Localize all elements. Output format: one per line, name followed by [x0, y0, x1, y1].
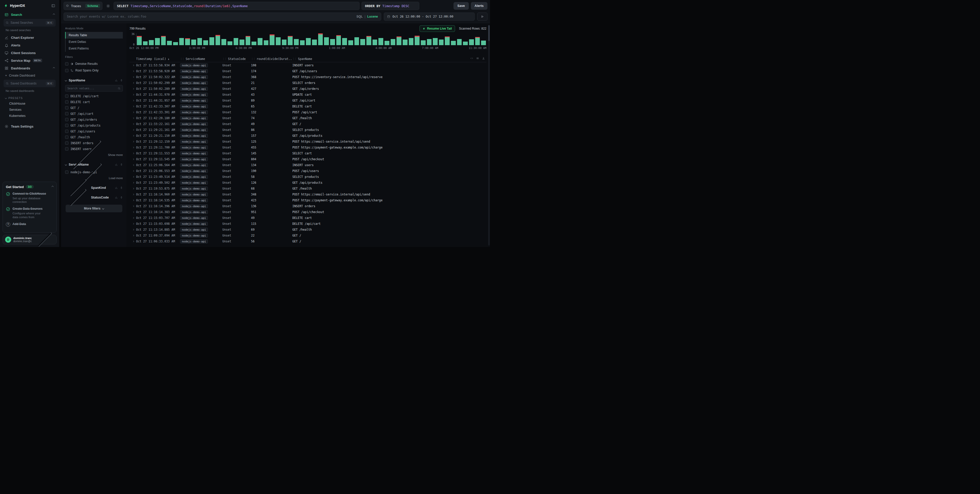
drag-handle-icon[interactable]: ⋮⋮: [293, 57, 296, 60]
histogram-bar[interactable]: [179, 38, 184, 45]
table-row[interactable]: Oct 27 11:16:14.396 AMnodejs-demo-apiUns…: [129, 203, 487, 209]
saved-searches-input-wrap[interactable]: ⌘ K: [3, 19, 56, 27]
checkbox[interactable]: [65, 112, 68, 115]
row-expand-chevron[interactable]: [129, 118, 136, 119]
vertical-scrollbar[interactable]: [488, 25, 490, 245]
table-row[interactable]: Oct 27 11:29:12.159 AMnodejs-demo-apiUns…: [129, 138, 487, 145]
mini-chart-icon[interactable]: [115, 186, 118, 189]
sidebar-item-chart-explorer[interactable]: Chart Explorer: [3, 34, 57, 41]
histogram-bar[interactable]: [294, 39, 299, 45]
table-row[interactable]: Oct 27 11:29:11.545 AMnodejs-demo-apiUns…: [129, 156, 487, 162]
saved-dashboards-input[interactable]: [11, 82, 44, 85]
sort-desc-icon[interactable]: ↓: [168, 57, 170, 61]
run-query-button[interactable]: [477, 13, 487, 21]
filter-group-header[interactable]: StatusCode: [65, 194, 123, 200]
analysis-mode-results-table[interactable]: Results Table: [65, 32, 123, 38]
table-row[interactable]: Oct 27 11:29:21.150 AMnodejs-demo-apiUns…: [129, 133, 487, 138]
histogram-bar[interactable]: [379, 38, 383, 45]
histogram-bar[interactable]: [463, 41, 468, 45]
table-row[interactable]: Oct 27 11:50:02.289 AMnodejs-demo-apiUns…: [129, 86, 487, 92]
row-expand-chevron[interactable]: [129, 205, 136, 207]
row-expand-chevron[interactable]: [129, 106, 136, 107]
histogram-bar[interactable]: [445, 37, 450, 45]
table-row[interactable]: Oct 27 11:44:31.957 AMnodejs-demo-apiUns…: [129, 97, 487, 103]
histogram-bar[interactable]: [246, 36, 250, 45]
chevron-up-icon[interactable]: [53, 67, 55, 69]
get-started-header[interactable]: Get Started 3/3: [6, 185, 53, 189]
checkbox[interactable]: [65, 62, 68, 65]
filter-value-get-api-products[interactable]: GET /api/products: [65, 122, 123, 128]
histogram-bar[interactable]: [258, 38, 262, 45]
mode-lucene[interactable]: Lucene: [367, 15, 378, 18]
row-expand-chevron[interactable]: [129, 211, 136, 213]
scrollbar-thumb[interactable]: [488, 25, 490, 41]
histogram-bar[interactable]: [421, 40, 426, 45]
histogram-bar[interactable]: [251, 41, 256, 45]
row-expand-chevron[interactable]: [129, 94, 136, 95]
drag-handle-icon[interactable]: ⋮⋮: [223, 57, 226, 60]
pin-icon[interactable]: [120, 163, 123, 166]
table-row[interactable]: Oct 27 11:50:02.299 AMnodejs-demo-apiUns…: [129, 80, 487, 86]
chevron-up-icon[interactable]: [52, 186, 54, 188]
chevron-up-icon[interactable]: [53, 14, 55, 16]
mini-chart-icon[interactable]: [115, 163, 118, 166]
histogram-bar[interactable]: [288, 36, 293, 45]
pin-icon[interactable]: [120, 186, 123, 189]
save-button[interactable]: Save: [453, 2, 469, 10]
table-row[interactable]: Oct 27 11:53:58.934 AMnodejs-demo-apiUns…: [129, 62, 487, 68]
download-icon[interactable]: [482, 57, 485, 60]
histogram-bar[interactable]: [342, 38, 347, 45]
table-row[interactable]: Oct 27 11:15:03.698 AMnodejs-demo-apiUns…: [129, 221, 487, 227]
sidebar-item-dashboards[interactable]: Dashboards: [3, 64, 57, 72]
table-row[interactable]: Oct 27 11:42:20.180 AMnodejs-demo-apiUns…: [129, 115, 487, 121]
source-settings-gear-icon[interactable]: [105, 2, 111, 10]
drag-handle-icon[interactable]: ⋮⋮: [251, 57, 255, 60]
checkbox[interactable]: [65, 94, 68, 98]
resume-live-tail-button[interactable]: Resume Live Tail: [420, 25, 455, 32]
mini-chart-icon[interactable]: [115, 196, 118, 199]
filter-value-get[interactable]: GET /: [65, 105, 123, 111]
load-more-button[interactable]: Load more: [65, 175, 123, 181]
column-servicename[interactable]: ⋮⋮ ServiceName: [180, 57, 223, 61]
table-row[interactable]: Oct 27 11:15:03.707 AMnodejs-demo-apiUns…: [129, 215, 487, 221]
table-row[interactable]: Oct 27 11:33:22.161 AMnodejs-demo-apiUns…: [129, 121, 487, 127]
event-search-input[interactable]: [67, 15, 354, 18]
mini-chart-icon[interactable]: [115, 79, 118, 82]
filter-value-delete-api-cart[interactable]: DELETE /api/cart: [65, 93, 123, 99]
histogram-bar[interactable]: [191, 40, 196, 45]
schema-link[interactable]: Schema: [85, 4, 100, 8]
user-profile[interactable]: D dominic.tran@c... dominic.tran@cli...: [3, 235, 57, 245]
row-expand-chevron[interactable]: [129, 170, 136, 172]
histogram-bar[interactable]: [161, 36, 166, 45]
histogram-bar[interactable]: [330, 39, 335, 45]
histogram-bar[interactable]: [396, 37, 401, 45]
row-expand-chevron[interactable]: [129, 88, 136, 90]
mode-sql[interactable]: SQL: [356, 15, 363, 18]
filter-value-get-health[interactable]: GET /health: [65, 134, 123, 140]
row-expand-chevron[interactable]: [129, 111, 136, 113]
histogram-bar[interactable]: [402, 40, 407, 45]
filter-value-get-api-users[interactable]: GET /api/users: [65, 128, 123, 134]
row-expand-chevron[interactable]: [129, 164, 136, 166]
row-expand-chevron[interactable]: [129, 229, 136, 230]
histogram-bar[interactable]: [203, 40, 208, 45]
histogram-bar[interactable]: [366, 36, 371, 45]
code-view-icon[interactable]: [470, 57, 473, 60]
date-range-picker[interactable]: Oct 26 12:00:00 - Oct 27 12:00:00: [384, 13, 475, 21]
histogram-bar[interactable]: [355, 37, 359, 45]
histogram-bar[interactable]: [185, 38, 190, 45]
table-row[interactable]: Oct 27 11:44:31.970 AMnodejs-demo-apiUns…: [129, 92, 487, 97]
sidebar-item-team-settings[interactable]: Team Settings: [3, 122, 57, 130]
histogram-bar[interactable]: [385, 41, 390, 45]
checkbox[interactable]: [65, 124, 68, 127]
table-row[interactable]: Oct 27 11:19:53.875 AMnodejs-demo-apiUns…: [129, 186, 487, 191]
histogram-bar[interactable]: [282, 40, 287, 45]
table-row[interactable]: Oct 27 11:25:06.564 AMnodejs-demo-apiUns…: [129, 162, 487, 168]
histogram-bar[interactable]: [451, 41, 456, 45]
checkbox[interactable]: [65, 69, 68, 72]
presets-toggle[interactable]: PRESETS: [3, 94, 57, 100]
histogram-bar[interactable]: [215, 35, 220, 45]
row-expand-chevron[interactable]: [129, 152, 136, 154]
column-spanname[interactable]: ⋮⋮ SpanName: [293, 57, 487, 61]
histogram-bar[interactable]: [391, 39, 396, 45]
